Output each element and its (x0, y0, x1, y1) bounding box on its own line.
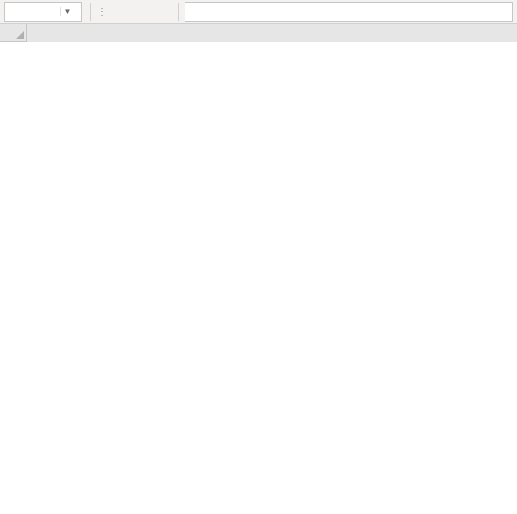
formula-input[interactable] (185, 2, 513, 22)
name-box[interactable]: ▼ (4, 2, 82, 22)
column-headers (0, 24, 517, 42)
formula-bar: ▼ ⋮ (0, 0, 517, 24)
separator (178, 3, 179, 21)
separator (90, 3, 91, 21)
name-box-input[interactable] (5, 5, 60, 19)
spreadsheet-grid (0, 24, 517, 42)
name-box-dropdown-icon[interactable]: ▼ (60, 7, 74, 16)
expand-dots-icon[interactable]: ⋮ (97, 6, 112, 17)
select-all-corner[interactable] (0, 24, 27, 42)
